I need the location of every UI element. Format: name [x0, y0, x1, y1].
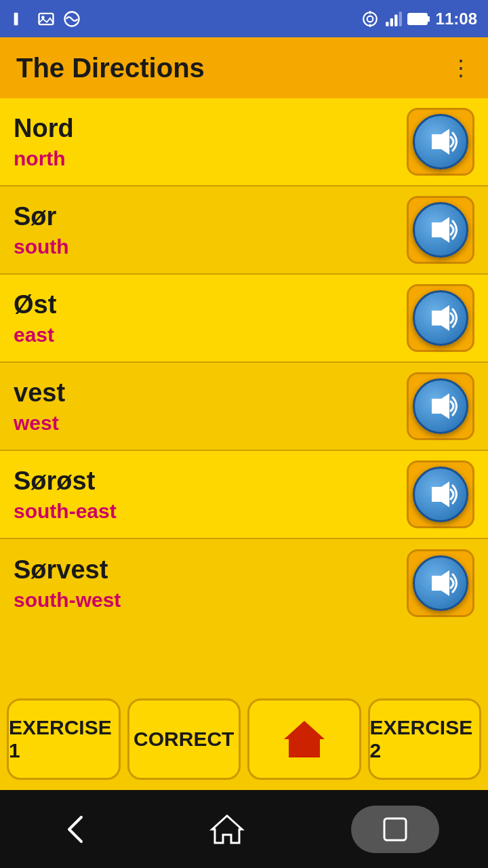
sound-button-sorost[interactable]: [407, 460, 474, 528]
sound-button-ost[interactable]: [407, 284, 474, 352]
svg-marker-19: [432, 570, 449, 596]
svg-marker-14: [432, 129, 449, 155]
action-buttons: EXERCISE 1 CORRECT EXERCISE 2: [0, 688, 488, 790]
svg-rect-8: [386, 22, 388, 26]
svg-rect-12: [408, 14, 427, 24]
word-main-nord: Nord: [14, 114, 74, 143]
svg-point-4: [363, 12, 377, 26]
status-icons-left: [11, 9, 81, 28]
svg-rect-11: [399, 12, 401, 26]
svg-point-5: [367, 16, 373, 22]
word-trans-nord: north: [14, 147, 74, 170]
status-time: 11:08: [436, 9, 477, 28]
sound-button-nord[interactable]: [407, 108, 474, 176]
word-row-nord: Nord north: [0, 98, 488, 186]
recents-button[interactable]: [351, 806, 439, 853]
word-trans-sor: south: [14, 235, 69, 258]
sound-button-vest[interactable]: [407, 372, 474, 440]
home-nav-button[interactable]: [200, 802, 254, 856]
sound-button-sorvest[interactable]: [407, 549, 474, 617]
word-main-sorvest: Sørvest: [14, 555, 121, 585]
word-main-sor: Sør: [14, 202, 69, 231]
home-button[interactable]: [247, 698, 361, 780]
svg-marker-17: [432, 393, 449, 419]
status-icons-right: 11:08: [361, 9, 477, 28]
empty-space: [0, 627, 488, 688]
word-main-vest: vest: [14, 378, 65, 408]
svg-rect-0: [14, 12, 18, 25]
svg-rect-10: [394, 14, 397, 26]
app-header: The Directions ⋮: [0, 37, 488, 98]
word-trans-ost: east: [14, 323, 56, 347]
battery-icon: [407, 12, 430, 26]
signal-bars-icon: [384, 10, 402, 28]
word-trans-vest: west: [14, 412, 65, 435]
word-row-sorost: Sørøst south-east: [0, 451, 488, 539]
word-row-sorvest: Sørvest south-west: [0, 539, 488, 627]
nav-bar: [0, 790, 488, 868]
svg-rect-23: [384, 818, 406, 840]
svg-marker-15: [432, 217, 449, 243]
status-bar: 11:08: [0, 0, 488, 37]
correct-button[interactable]: CORRECT: [127, 698, 241, 780]
word-trans-sorost: south-east: [14, 500, 117, 523]
exercise2-button[interactable]: EXERCISE 2: [368, 698, 482, 780]
exercise1-button[interactable]: EXERCISE 1: [7, 698, 121, 780]
house-icon: [281, 715, 328, 763]
back-button[interactable]: [49, 802, 103, 856]
svg-rect-21: [299, 746, 310, 757]
signal-icon: [62, 9, 81, 28]
page-title: The Directions: [16, 53, 205, 83]
target-icon: [361, 10, 379, 28]
word-list: Nord north Sør south: [0, 98, 488, 688]
word-trans-sorvest: south-west: [14, 589, 121, 612]
svg-marker-18: [432, 481, 449, 507]
menu-button[interactable]: ⋮: [450, 55, 472, 81]
wifi-icon: [11, 9, 30, 28]
word-row-ost: Øst east: [0, 275, 488, 363]
svg-marker-22: [212, 816, 242, 843]
word-main-sorost: Sørøst: [14, 467, 117, 496]
svg-rect-13: [427, 16, 430, 22]
word-row-vest: vest west: [0, 363, 488, 451]
svg-marker-16: [432, 305, 449, 331]
sound-button-sor[interactable]: [407, 196, 474, 264]
word-main-ost: Øst: [14, 290, 56, 319]
word-row-sor: Sør south: [0, 186, 488, 275]
image-icon: [37, 9, 56, 28]
svg-rect-9: [390, 18, 392, 26]
